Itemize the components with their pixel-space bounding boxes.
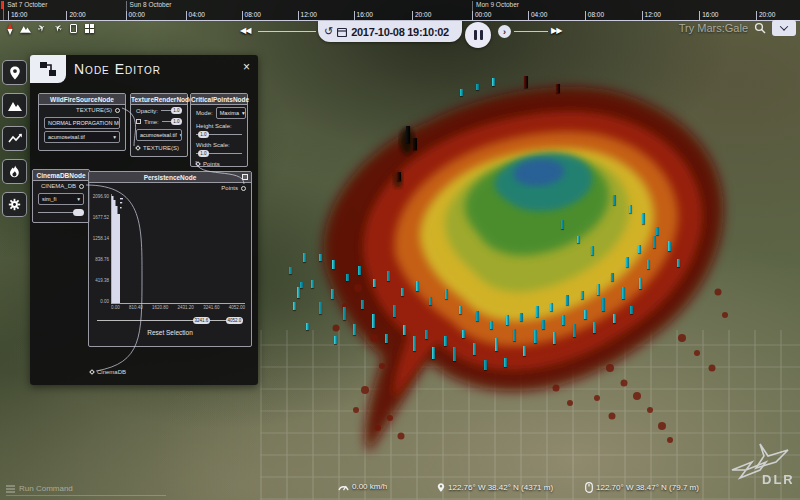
height-scale-label: Height Scale: [196,123,232,129]
node-texture-render[interactable]: TextureRenderNode Opacity: 1.0 Time: 1.0… [130,93,188,157]
persistence-range-slider[interactable]: 3241.6 4052.0 [97,316,243,325]
card-icon[interactable] [68,23,79,34]
mode-label: Mode: [196,110,213,116]
timestep-slider[interactable] [38,209,84,216]
timeline-tick: 12:00 [642,11,661,20]
texture-file-select[interactable]: acumosetsal.tif▾ [44,131,120,143]
dlr-logo-text: DLR [762,472,792,486]
panel-title: Node Editor [74,61,161,77]
node-graph-icon [39,61,57,77]
plane-landing-icon[interactable]: ✈ [52,23,63,34]
timeline-tick: 00:00 [472,11,491,20]
node-cinema-db[interactable]: CinemaDBNode CINEMA_DB sim_fi▾ [32,169,90,223]
speedometer-icon [338,482,349,491]
timeline-tick: 20:00 [66,11,85,20]
y-tick-label: 0.00 [100,299,109,304]
timeline-tick: 12:00 [298,11,317,20]
node-wildfire-source[interactable]: WildFireSourceNode TEXTURE(S) NORMAL PRO… [38,93,126,151]
node-title[interactable]: TextureRenderNode [131,94,187,105]
persistence-y-axis: 2096.901677.521258.14838.76419.380.00 [95,194,110,304]
search-input[interactable]: Try Mars:Gale [679,22,748,34]
calendar-icon [337,27,347,37]
range-handle-low[interactable]: 3241.6 [193,317,210,324]
x-tick-label: 4052.00 [229,305,245,312]
cinema-db-input[interactable]: CinemaDB [90,369,126,375]
location-pin-icon [437,482,445,493]
pause-button[interactable] [465,22,491,48]
playback-track-left[interactable] [258,31,316,32]
x-tick-label: 3241.60 [203,305,219,312]
timeline-bar[interactable]: Sat 7 OctoberSun 8 OctoberMon 9 October … [0,0,800,21]
application-window: { "timeline": { "dates": [ {"t":"Sat 7 O… [0,0,800,500]
propagation-mode-select[interactable]: NORMAL PROPAGATION MODE▾ [44,117,120,129]
output-port[interactable] [115,108,120,113]
output-port[interactable] [195,161,201,167]
sidebar-item-settings[interactable] [2,192,27,217]
port-label: CinemaDB [97,369,126,375]
collapse-toolbar-button[interactable] [772,20,796,36]
node-title[interactable]: CriticalPointsNode [191,94,247,105]
node-title[interactable]: WildFireSourceNode [39,94,125,105]
search-area: Try Mars:Gale [679,20,796,36]
maximize-icon[interactable] [242,174,248,180]
timeline-tick: 20:00 [412,11,431,20]
time-slider[interactable]: 1.0 [162,118,182,125]
dlr-logo: DLR [730,440,792,490]
input-port[interactable] [241,186,246,191]
console-icon [6,485,15,493]
timeline-tick: 04:00 [528,11,547,20]
width-scale-slider[interactable]: 1.0 [196,150,242,157]
datetime-display[interactable]: ↺ 2017-10-08 19:10:02 [318,21,462,42]
node-title[interactable]: CinemaDBNode [33,170,89,181]
time-checkbox[interactable] [136,119,141,124]
x-tick-label: 2431.20 [178,305,194,312]
search-icon[interactable] [754,22,766,34]
fast-forward-button[interactable]: ▶▶ [551,26,561,35]
chart-line-icon [8,133,22,144]
texture-file-select[interactable]: acumosetsal.tif▾ [136,129,182,141]
range-handle-high[interactable]: 4052.0 [226,317,243,324]
plane-takeoff-icon[interactable]: ✈ [36,23,47,34]
mountains-icon[interactable] [20,23,31,34]
opacity-slider[interactable]: 1.0 [161,107,182,114]
rewind-button[interactable]: ◀◀ [240,26,250,35]
input-port[interactable] [135,145,141,151]
close-icon[interactable]: × [243,60,250,74]
timeline-tick: 20:00 [756,11,775,20]
node-title[interactable]: PersistenceNode [89,172,251,183]
node-editor-panel[interactable]: Node Editor × WildFireSourceNode TEXTURE… [30,55,258,385]
port-label: Points [221,185,238,191]
x-tick-label: 810.40 [129,305,143,312]
compass-needle-icon[interactable] [4,23,15,34]
timeline-start-marker [1,1,3,9]
persistence-chart[interactable]: 2096.901677.521258.14838.76419.380.00 0.… [95,194,245,312]
reset-selection-button[interactable]: Reset Selection [89,329,251,336]
x-tick-label: 0.00 [111,305,120,312]
grid-icon[interactable] [84,23,95,34]
timeline-tick: 08:00 [585,11,604,20]
mouse-icon [585,482,593,493]
output-port[interactable] [79,184,84,189]
node-persistence[interactable]: PersistenceNode Points 2096.901677.52125… [88,171,252,347]
speed-button[interactable]: › [498,25,511,38]
playback-track-right[interactable] [514,31,548,32]
sidebar-item-wildfire[interactable] [2,159,27,184]
history-icon[interactable]: ↺ [324,26,333,37]
port-label: CINEMA_DB [41,183,76,189]
mode-select[interactable]: Maxima▾ [216,107,246,119]
sidebar-item-analysis[interactable] [2,126,27,151]
camera-coordinates: 122.76° W 38.42° N (4371 m) [437,482,553,493]
timeline-tick: 16:00 [699,11,718,20]
input-port [89,369,95,375]
sidebar-item-locations[interactable] [2,60,27,85]
width-scale-label: Width Scale: [196,142,230,148]
speed-readout: 0.00 km/h [338,482,387,491]
height-scale-slider[interactable]: 1.0 [196,131,242,138]
mountains-icon [8,101,22,111]
run-command-input[interactable]: Run Command [6,484,166,496]
simulation-select[interactable]: sim_fi▾ [38,193,84,205]
sidebar-item-terrain[interactable] [2,93,27,118]
persistence-x-axis: 0.00810.401620.802431.203241.604052.00 [111,305,245,312]
timeline-tick: 04:00 [186,11,205,20]
node-critical-points[interactable]: CriticalPointsNode Mode: Maxima▾ Height … [190,93,248,167]
